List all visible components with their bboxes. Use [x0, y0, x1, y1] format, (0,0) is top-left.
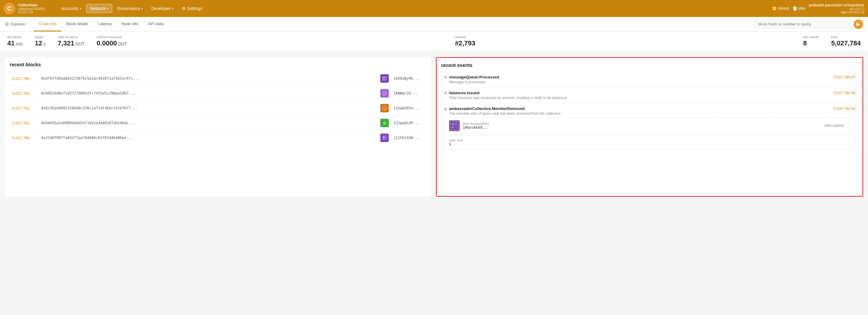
block-hash: 0xdfbf7d9aa8a52136f9c5e2ac492871af1b1ec4… [41, 76, 375, 81]
svg-rect-2 [385, 77, 386, 78]
svg-rect-11 [382, 135, 387, 140]
svg-marker-10 [382, 120, 387, 125]
event-name: messageQueue.Processed [449, 75, 832, 79]
logo-letter: C [7, 5, 11, 12]
event-id[interactable]: 5,027,784-07 [834, 75, 855, 79]
svg-rect-12 [383, 136, 384, 138]
stats-bar: last block 41 min target 12 s total issu… [0, 31, 868, 51]
table-row: 5,027,783 0x49524d6e71d27279802dfcf435e5… [10, 86, 426, 101]
tab-latency[interactable]: Latency [93, 17, 117, 31]
tab-block-details[interactable]: Block details [61, 17, 93, 31]
stat-last-events: last events 8 [803, 35, 819, 47]
chain-path: collectives/1003003 [18, 7, 45, 10]
settings-menu[interactable]: ⚙ Settings [178, 4, 206, 13]
svg-rect-14 [383, 138, 384, 139]
nav-divider [31, 20, 31, 28]
network-menu[interactable]: Network ▾ [86, 4, 112, 13]
svg-rect-3 [383, 79, 384, 80]
who-value: 1HGnvAkk9... [463, 125, 821, 130]
governance-arrow: ▾ [141, 7, 143, 10]
expand-icon[interactable]: ▼ [444, 75, 447, 79]
search-submit-button[interactable]: ▶ [854, 19, 863, 29]
svg-rect-17 [452, 123, 454, 125]
stat-session: session #2,793 [455, 35, 475, 47]
svg-rect-1 [383, 77, 384, 78]
event-name: balances.Issued [449, 91, 832, 95]
tab-node-info[interactable]: Node info [117, 17, 144, 31]
developer-menu[interactable]: Developer ▾ [148, 4, 177, 13]
event-detail-who: who: AccountId32 1HGnvAkk9... 1HGnvAkk9.… [444, 117, 856, 134]
governance-menu[interactable]: Governance ▾ [114, 4, 147, 13]
block-hash: 0x49524d6e71d27279802dfcf435e5c298ea2db7… [41, 91, 375, 95]
event-id[interactable]: 5,027,784-05 [834, 107, 855, 111]
block-number[interactable]: 5,027,780 [12, 136, 36, 140]
second-nav: ⊞ Explorer Chain info Block details Late… [0, 17, 868, 31]
search-area: ▶ [754, 19, 863, 29]
avatar [380, 104, 389, 112]
tab-chain-info[interactable]: Chain info [34, 17, 61, 31]
chain-block: #5,027,784 [18, 10, 33, 14]
recent-blocks-title: recent blocks [10, 62, 426, 67]
block-address: 112FKz5UN... [394, 136, 424, 140]
svg-rect-19 [452, 126, 454, 128]
rank-label: rank: u16 [449, 138, 850, 142]
explorer-link[interactable]: ⊞ Explorer [5, 21, 29, 27]
svg-marker-9 [383, 107, 386, 110]
svg-rect-20 [455, 126, 457, 128]
event-id[interactable]: 5,027,784-06 [834, 91, 855, 95]
block-number[interactable]: 5,027,781 [12, 121, 36, 125]
event-description: Total issuance was increased by amount, … [449, 96, 856, 100]
svg-rect-13 [385, 136, 386, 138]
avatar [380, 74, 389, 83]
block-address: 14EQvBy9h... [394, 76, 424, 81]
block-number[interactable]: 5,027,783 [12, 91, 36, 96]
expand-icon[interactable]: ▲ [444, 107, 447, 111]
rank-value: 3 [449, 142, 850, 147]
recent-blocks-panel: recent blocks 5,027,784 0xdfbf7d9aa8a521… [5, 57, 431, 197]
block-address: 16WWmr2X... [394, 91, 424, 95]
avatar [380, 119, 389, 127]
event-detail-rank: rank: u16 3 [444, 136, 856, 149]
main-content: recent blocks 5,027,784 0xdfbf7d9aa8a521… [0, 51, 868, 203]
stat-target: target 12 s [35, 35, 45, 47]
tab-api-stats[interactable]: API stats [143, 17, 168, 31]
block-search-input[interactable] [754, 20, 851, 28]
block-hash: 0x8136ad4091324b40c336c1a77af3bbcfe1ef67… [41, 106, 375, 110]
block-number[interactable]: 5,027,782 [12, 106, 36, 111]
stat-total-issuance: total issuance 7,321 DOT [58, 35, 85, 47]
nav-right: 🔀 GitHub 📄 Wiki polkadot-parachain vchop… [772, 3, 864, 14]
github-link[interactable]: 🔀 GitHub [772, 6, 789, 10]
table-row: 5,027,782 0x8136ad4091324b40c336c1a77af3… [10, 101, 426, 116]
table-row: 5,027,780 0x23467997fa042f7ae794606c6378… [10, 131, 426, 145]
avatar [380, 89, 389, 97]
block-number[interactable]: 5,027,784 [12, 76, 36, 81]
chain-info: Collectives collectives/1003003 #5,027,7… [18, 3, 52, 14]
block-address: 13Jpq4n3P... [394, 121, 424, 125]
event-description: Message is processed [449, 80, 856, 84]
table-row: 5,027,784 0xdfbf7d9aa8a52136f9c5e2ac4928… [10, 71, 426, 86]
svg-rect-0 [382, 76, 387, 81]
recent-events-panel: recent events ▼ messageQueue.Processed 5… [436, 57, 864, 197]
svg-point-7 [384, 93, 385, 94]
stat-best: best 5,027,784 [831, 35, 861, 47]
accounts-menu[interactable]: Accounts ▾ [58, 4, 85, 13]
network-arrow: ▾ [107, 7, 108, 10]
list-item: ▼ balances.Issued 5,027,784-06 Total iss… [441, 88, 858, 103]
wiki-link[interactable]: 📄 Wiki [793, 6, 805, 10]
block-address: 12owmS8So... [394, 106, 424, 110]
who-right: 1HGnvAkk9... [824, 123, 850, 128]
stat-inactive-issuance: inactive issuance 0.0000 DOT [96, 35, 127, 47]
developer-arrow: ▾ [172, 7, 173, 10]
recent-events-title: recent events [441, 63, 858, 68]
who-label: who: AccountId32 [463, 122, 821, 125]
nav-logo: C [4, 3, 15, 14]
list-item: ▲ ambassadorCollective.MemberRemoved 5,0… [441, 103, 858, 154]
top-nav: C Collectives collectives/1003003 #5,027… [0, 0, 868, 17]
avatar [449, 120, 460, 131]
list-item: ▼ messageQueue.Processed 5,027,784-07 Me… [441, 72, 858, 88]
accounts-arrow: ▾ [80, 7, 82, 10]
github-icon: 🔀 [772, 6, 777, 10]
expand-icon[interactable]: ▼ [444, 91, 447, 95]
wiki-icon: 📄 [793, 6, 797, 10]
event-detail-content: who: AccountId32 1HGnvAkk9... [463, 122, 821, 130]
